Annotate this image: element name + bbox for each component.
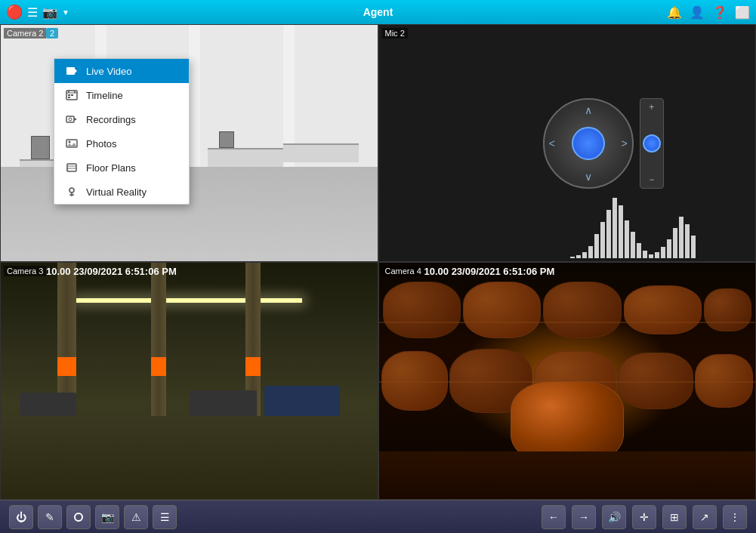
camera-panel-3[interactable]: Camera 3 10.00 23/09/2021 6:51:06 PM [0,262,378,500]
grid-button[interactable]: ⊞ [662,505,687,529]
svg-rect-15 [67,164,76,171]
menu-item-timeline[interactable]: Timeline [54,83,189,107]
app-title: Agent [363,6,393,18]
power-icon: ⏻ [16,511,26,523]
camera-icon[interactable]: 📷 [42,5,57,20]
menu-item-photos[interactable]: Photos [54,131,189,156]
svg-rect-6 [68,94,70,96]
audio-bar [570,257,575,258]
svg-marker-1 [75,69,77,73]
more-icon: ⋮ [730,511,740,523]
cellar-floor [379,451,756,499]
audio-bars [567,167,755,261]
toolbar-right: ← → 🔊 ✛ ⊞ ↗ ⋮ [542,505,747,529]
ptz-slider-thumb[interactable] [643,134,661,153]
toolbar-left: ⏻ ✎ 📷 ⚠ ☰ [9,505,177,529]
svg-point-13 [69,141,71,143]
move-button[interactable]: ✛ [632,505,656,529]
record-button[interactable] [66,505,91,529]
audio-bar [594,234,599,258]
audio-bar [643,251,647,258]
title-bar: 🔴 ☰ 📷 ▼ Agent 🔔 👤 ❓ ⬜ [0,0,756,24]
camera-feed-3 [1,263,378,499]
maximize-icon[interactable]: ⬜ [735,5,750,20]
monitor-1 [31,136,50,159]
monitor-3 [219,131,234,148]
user-icon[interactable]: 👤 [690,5,705,20]
export-icon: ↗ [700,511,709,523]
barrel-row-top [379,275,756,346]
audio-bar [691,236,696,258]
dropdown-arrow-icon[interactable]: ▼ [62,8,69,17]
power-button[interactable]: ⏻ [9,505,33,529]
back-button[interactable]: ← [542,505,566,529]
audio-bar [625,220,629,258]
menu-label-floor-plans: Floor Plans [86,162,136,174]
bottom-toolbar: ⏻ ✎ 📷 ⚠ ☰ ← → 🔊 ✛ ⊞ [0,500,756,533]
parking-light [76,298,302,303]
svg-rect-0 [66,67,75,75]
menu-item-floor-plans[interactable]: Floor Plans [54,156,189,180]
ptz-right-button[interactable]: > [622,137,628,149]
camera-panel-2[interactable]: Mic 2 ∧ ∨ < > + − [378,24,757,262]
camera-3-timestamp: 10.00 23/09/2021 6:51:06 PM [46,266,177,277]
list-icon: ☰ [160,511,170,523]
camera-panel-1[interactable]: Camera 2 2 Live Video Timeline Recordin [0,24,378,262]
camera-3-label: Camera 3 [4,266,46,276]
audio-bar [637,243,641,258]
record-icon [74,513,83,522]
forward-icon: → [579,511,589,523]
floor-plans-icon [65,161,79,174]
menu-item-live-video[interactable]: Live Video [54,59,189,83]
mic-2-label: Mic 2 [382,28,408,39]
menu-label-recordings: Recordings [86,114,136,125]
svg-point-19 [69,188,74,193]
menu-label-virtual-reality: Virtual Reality [86,186,147,198]
ptz-zoom-in-button[interactable]: + [649,102,654,112]
camera-4-label: Camera 4 [382,266,424,276]
list-button[interactable]: ☰ [153,505,177,529]
camera-4-timestamp: 10.00 23/09/2021 6:51:06 PM [424,266,555,277]
recordings-icon [65,112,79,126]
forward-button[interactable]: → [572,505,596,529]
ptz-up-button[interactable]: ∧ [585,104,592,116]
camera-1-label: Camera 2 [4,28,46,39]
svg-rect-7 [71,94,73,96]
audio-bar [582,252,587,258]
camera-feed-4 [379,263,756,499]
audio-bar [606,210,611,258]
alert-icon: ⚠ [131,511,141,523]
audio-bar [588,246,593,258]
audio-bar [667,239,671,258]
audio-bar [600,222,605,258]
svg-point-11 [69,118,72,121]
edit-icon: ✎ [45,511,54,523]
grid-icon: ⊞ [670,511,679,523]
camera-panel-4[interactable]: Camera 4 10.00 23/09/2021 6:51:06 PM [378,262,757,500]
dropdown-menu: Live Video Timeline Recordings Photos [54,58,190,205]
more-button[interactable]: ⋮ [723,505,747,529]
alarm-icon[interactable]: 🔴 [6,4,23,20]
main-content: Camera 2 2 Live Video Timeline Recordin [0,24,756,500]
ptz-center-button[interactable] [572,127,605,160]
snapshot-icon: 📷 [101,511,114,523]
edit-button[interactable]: ✎ [38,505,62,529]
audio-bar [619,205,623,258]
menu-item-virtual-reality[interactable]: Virtual Reality [54,180,189,204]
menu-icon[interactable]: ☰ [27,5,38,20]
desk-3 [208,148,283,167]
volume-icon: 🔊 [608,511,621,523]
bell-icon[interactable]: 🔔 [667,5,682,20]
snapshot-button[interactable]: 📷 [95,505,119,529]
help-icon[interactable]: ❓ [712,5,727,20]
export-button[interactable]: ↗ [693,505,717,529]
volume-button[interactable]: 🔊 [602,505,626,529]
audio-bar [673,228,677,258]
menu-label-live-video: Live Video [86,66,131,77]
title-bar-left: 🔴 ☰ 📷 ▼ [6,4,69,20]
menu-item-recordings[interactable]: Recordings [54,107,189,131]
parking-floor [1,416,378,499]
ptz-left-button[interactable]: < [549,137,555,149]
alert-button[interactable]: ⚠ [124,505,148,529]
audio-bar [613,198,617,258]
